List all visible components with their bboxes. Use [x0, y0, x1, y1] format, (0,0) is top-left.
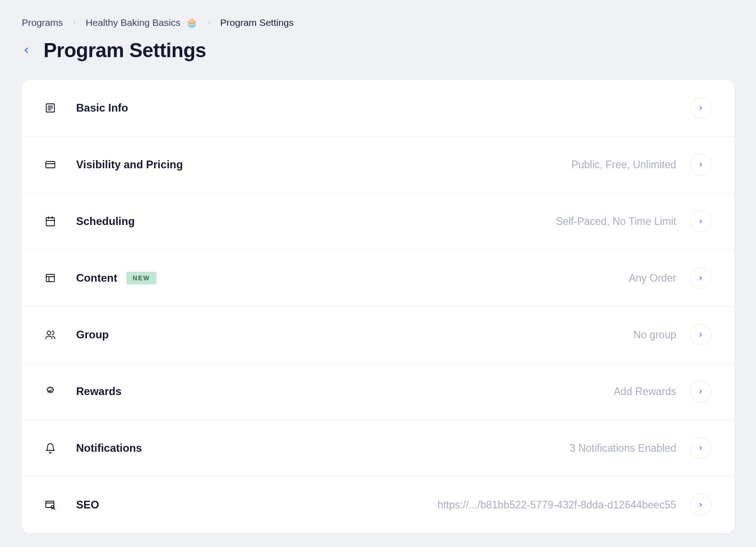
settings-row-notifications[interactable]: Notifications 3 Notifications Enabled [22, 420, 734, 477]
award-icon [44, 386, 56, 397]
back-button[interactable] [22, 44, 31, 56]
svg-rect-10 [46, 274, 54, 282]
layout-icon [44, 272, 56, 284]
settings-row-scheduling[interactable]: Scheduling Self-Paced, No Time Limit [22, 193, 734, 250]
svg-rect-14 [46, 501, 54, 508]
chevron-right-icon [690, 437, 712, 459]
breadcrumb-label: Healthy Baking Basics [86, 17, 180, 28]
settings-row-basic-info[interactable]: Basic Info [22, 80, 734, 137]
chevron-right-icon [690, 210, 712, 232]
users-icon [44, 329, 56, 341]
credit-card-icon [44, 159, 56, 171]
row-label: Basic Info [76, 102, 128, 114]
row-label: Visibility and Pricing [76, 158, 183, 171]
chevron-right-icon [71, 20, 78, 26]
calendar-icon [44, 215, 56, 227]
chevron-right-icon [690, 324, 712, 346]
list-icon [44, 102, 56, 114]
browser-search-icon [44, 499, 56, 511]
settings-row-group[interactable]: Group No group [22, 307, 734, 363]
chevron-right-icon [690, 494, 712, 516]
chevron-right-icon [690, 381, 712, 402]
row-value: Any Order [629, 272, 676, 284]
row-value: Add Rewards [614, 386, 676, 398]
breadcrumb-label: Program Settings [220, 17, 294, 28]
svg-rect-6 [46, 218, 54, 226]
row-label: Group [76, 328, 109, 341]
title-row: Program Settings [22, 39, 734, 62]
settings-row-rewards[interactable]: Rewards Add Rewards [22, 363, 734, 420]
breadcrumb-label: Programs [22, 17, 63, 28]
row-value: https://.../b81bb522-5779-432f-8dda-d126… [437, 499, 676, 511]
cupcake-icon: 🧁 [186, 17, 198, 28]
chevron-left-icon [22, 44, 31, 56]
svg-rect-4 [46, 161, 55, 168]
row-value: No group [633, 329, 676, 341]
row-label: Scheduling [76, 215, 135, 228]
settings-card: Basic Info Visibility and Pricing Public… [22, 80, 734, 533]
chevron-right-icon [206, 20, 212, 26]
settings-row-content[interactable]: Content NEW Any Order [22, 250, 734, 307]
chevron-right-icon [690, 97, 712, 119]
settings-row-seo[interactable]: SEO https://.../b81bb522-5779-432f-8dda-… [22, 477, 734, 533]
breadcrumb-item-current: Program Settings [220, 17, 294, 28]
svg-point-13 [47, 331, 51, 335]
breadcrumb-item-programs[interactable]: Programs [22, 17, 63, 28]
settings-row-visibility-pricing[interactable]: Visibility and Pricing Public, Free, Unl… [22, 137, 734, 193]
bell-icon [44, 442, 56, 454]
row-value: Self-Paced, No Time Limit [556, 215, 676, 228]
breadcrumb-item-program-name[interactable]: Healthy Baking Basics 🧁 [86, 17, 198, 28]
page-title: Program Settings [44, 39, 206, 62]
row-value: Public, Free, Unlimited [572, 159, 676, 171]
svg-line-17 [54, 508, 55, 509]
row-value: 3 Notifications Enabled [570, 442, 676, 454]
row-label: SEO [76, 498, 99, 511]
breadcrumb: Programs Healthy Baking Basics 🧁 Program… [22, 17, 734, 28]
chevron-right-icon [690, 267, 712, 289]
row-label: Notifications [76, 442, 142, 454]
new-badge: NEW [126, 272, 157, 284]
chevron-right-icon [690, 154, 712, 176]
row-label: Content [76, 272, 117, 284]
row-label: Rewards [76, 385, 121, 398]
